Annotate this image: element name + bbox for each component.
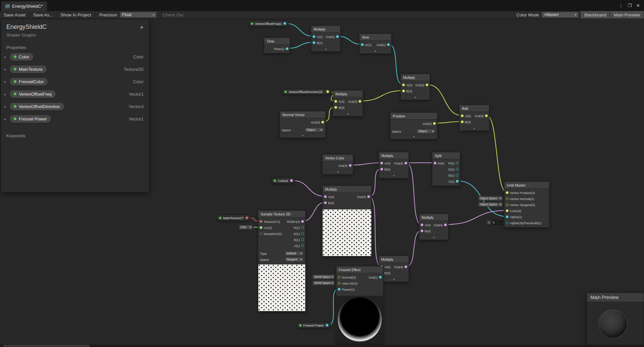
save-as-button[interactable]: Save As... xyxy=(30,11,57,18)
blackboard-toggle-button[interactable]: Blackboard xyxy=(581,11,610,18)
node-pos[interactable]: PositionOut(3)SpaceObject▾▾ xyxy=(390,112,437,139)
node-nvec[interactable]: Normal VectorOut(3)SpaceObject▾▾ xyxy=(280,111,326,138)
node-m3[interactable]: MultiplyA(3)Out(3)B(3)▾ xyxy=(333,90,363,116)
collapse-chevron[interactable]: ▾ xyxy=(401,95,430,100)
expander-icon[interactable]: ▸ xyxy=(4,55,10,59)
collapse-chevron[interactable]: ▾ xyxy=(311,47,340,51)
horizontal-scrollbar[interactable] xyxy=(0,345,644,347)
node-add[interactable]: AddA(3)Out(3)B(3)▾ xyxy=(459,105,489,131)
property-node[interactable]: MainTexture(T2) xyxy=(216,215,251,221)
node-sine[interactable]: SineIn(1)Out(1)▾ xyxy=(359,34,391,54)
collapse-chevron[interactable]: ▾ xyxy=(379,174,409,178)
port-dot[interactable] xyxy=(456,162,459,164)
property-row[interactable]: ▸ VertexOffsetDirection Vector3 xyxy=(4,102,144,110)
port-dot[interactable] xyxy=(338,282,340,285)
port-dot-connected[interactable] xyxy=(387,43,390,46)
node-m2[interactable]: MultiplyA(3)Out(3)B(3)▾ xyxy=(400,74,430,100)
node-dropdown[interactable]: Default▾ xyxy=(285,251,304,256)
port-dot-connected[interactable] xyxy=(405,265,407,268)
expander-icon[interactable]: ▸ xyxy=(4,105,10,108)
port-dot-connected[interactable] xyxy=(402,90,405,92)
property-pill[interactable]: VertexOffsetFreq xyxy=(10,90,56,98)
port-dot-connected[interactable] xyxy=(336,35,339,38)
blackboard-panel[interactable]: EnergyShieldC Shader Graphs + Properties… xyxy=(1,19,149,192)
port-dot-connected[interactable] xyxy=(324,195,327,198)
port-dot-connected[interactable] xyxy=(456,180,459,183)
expander-icon[interactable]: ▸ xyxy=(4,92,10,96)
node-dropdown[interactable]: Tangent▾ xyxy=(285,257,304,262)
port-dot-connected[interactable] xyxy=(506,215,508,218)
port-dot-connected[interactable] xyxy=(461,120,464,123)
close-icon[interactable]: ✕ xyxy=(636,3,640,8)
port-dot-connected[interactable] xyxy=(301,220,304,223)
port-dot[interactable] xyxy=(506,221,508,224)
port-dot[interactable] xyxy=(456,168,459,170)
collapse-chevron[interactable]: ▾ xyxy=(379,277,409,282)
show-in-project-button[interactable]: Show In Project xyxy=(57,11,95,18)
kebab-menu-icon[interactable]: ⋮ xyxy=(619,3,623,8)
collapse-chevron[interactable]: ▾ xyxy=(280,133,325,138)
port-dot-connected[interactable] xyxy=(485,114,488,117)
collapse-chevron[interactable]: ▾ xyxy=(419,235,448,240)
add-property-button[interactable]: + xyxy=(140,24,144,31)
port-dot[interactable] xyxy=(506,203,508,206)
node-fres[interactable]: Fresnel EffectNormal(3)Out(1)View Dir(3)… xyxy=(336,266,383,343)
property-pill[interactable]: MainTexture xyxy=(10,65,47,73)
save-asset-button[interactable]: Save Asset xyxy=(0,11,30,18)
port-dot-connected[interactable] xyxy=(426,84,428,86)
expander-icon[interactable]: ▸ xyxy=(4,67,10,71)
normal-space-dropdown[interactable]: World Space▾ xyxy=(313,275,335,279)
port-dot-connected[interactable] xyxy=(433,122,436,125)
property-row[interactable]: ▸ FresnelColor Color xyxy=(4,78,144,86)
expander-icon[interactable]: ▸ xyxy=(4,117,10,121)
collapse-chevron[interactable]: ▾ xyxy=(460,126,489,131)
main-preview-panel[interactable]: Main Preview xyxy=(587,293,644,347)
property-node[interactable]: Color(4) xyxy=(271,178,295,184)
property-node[interactable]: VertexOffsetFreq(1) xyxy=(248,20,288,27)
node-time[interactable]: TimeTime(1) xyxy=(264,38,290,53)
property-row[interactable]: ▸ Color Color xyxy=(4,53,144,61)
port-dot[interactable] xyxy=(456,174,459,177)
precision-dropdown[interactable]: Float ▾ xyxy=(120,12,157,18)
port-dot[interactable] xyxy=(301,244,304,247)
port-dot-connected[interactable] xyxy=(506,191,508,194)
node-dropdown[interactable]: Object▾ xyxy=(417,129,435,134)
port-dot[interactable] xyxy=(506,197,508,200)
port-dot-connected[interactable] xyxy=(461,114,464,117)
port-dot-connected[interactable] xyxy=(421,230,423,232)
port-dot-connected[interactable] xyxy=(338,288,340,291)
collapse-chevron[interactable]: ▾ xyxy=(360,49,391,53)
vertex-tangent-space-dropdown[interactable]: Object Space▾ xyxy=(478,202,503,207)
vertex-normal-space-dropdown[interactable]: Object Space▾ xyxy=(478,196,503,201)
port-dot-connected[interactable] xyxy=(444,224,447,226)
port-dot[interactable] xyxy=(260,232,262,235)
node-vcol[interactable]: Vertex ColorOut(4)▾ xyxy=(322,154,353,175)
port-dot-connected[interactable] xyxy=(359,100,361,103)
main-preview-header[interactable]: Main Preview xyxy=(587,293,644,302)
node-st[interactable]: Sample Texture 2DTexture(T2)RGBA(4)UV(2)… xyxy=(258,210,306,311)
port-dot-connected[interactable] xyxy=(402,84,405,86)
layout-icon[interactable]: ❐ xyxy=(628,3,632,8)
port-dot-connected[interactable] xyxy=(506,209,508,212)
port-dot-connected[interactable] xyxy=(421,224,423,226)
collapse-chevron[interactable]: ▾ xyxy=(333,112,363,116)
color-mode-dropdown[interactable]: <None> ▾ xyxy=(542,12,579,18)
property-row[interactable]: ▸ VertexOffsetFreq Vector1 xyxy=(4,90,144,98)
collapse-chevron[interactable]: ▾ xyxy=(390,135,437,139)
node-m1[interactable]: MultiplyA(1)Out(1)B(1)▾ xyxy=(311,26,340,52)
tab-energyshieldc[interactable]: EnergyShieldC* xyxy=(1,1,47,11)
port-dot-connected[interactable] xyxy=(434,162,436,164)
expander-icon[interactable]: ▸ xyxy=(4,80,10,84)
property-pill[interactable]: Fresnel Power xyxy=(10,115,51,123)
port-dot-connected[interactable] xyxy=(326,324,328,327)
node-m4[interactable]: MultiplyA(4)Out(4)B(4)▾ xyxy=(379,152,409,178)
port-dot-connected[interactable] xyxy=(405,162,407,164)
port-dot-connected[interactable] xyxy=(283,22,286,25)
port-dot-connected[interactable] xyxy=(380,168,383,170)
node-master[interactable]: Unlit MasterVertex Position(3)Vertex Nor… xyxy=(504,182,549,228)
port-dot-connected[interactable] xyxy=(380,162,383,164)
property-node[interactable]: Fresnel Power(1) xyxy=(297,322,331,328)
port-dot-connected[interactable] xyxy=(260,220,262,223)
property-pill[interactable]: FresnelColor xyxy=(10,78,48,86)
port-dot-connected[interactable] xyxy=(379,276,382,279)
